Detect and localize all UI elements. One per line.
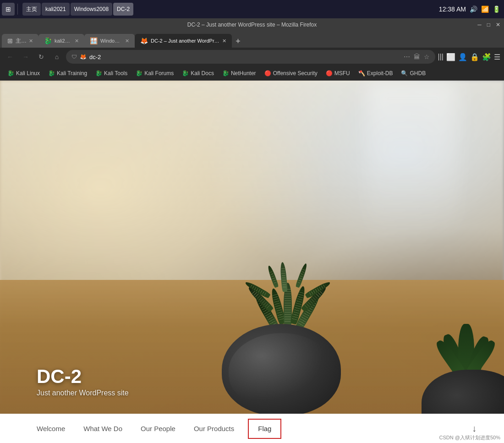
- leaf-12: [279, 262, 288, 292]
- tab-home[interactable]: ⊞ 主页 ✕: [2, 34, 38, 48]
- browser-window-title: DC-2 – Just another WordPress site – Moz…: [187, 22, 317, 28]
- url-display[interactable]: dc-2: [89, 54, 401, 60]
- tab-kali2021-close[interactable]: ✕: [75, 38, 79, 44]
- tab-home-favicon: ⊞: [7, 37, 13, 44]
- tab-dc2-label: DC-2 – Just another WordPr…: [151, 38, 219, 44]
- synced-tabs-icon[interactable]: ⬜: [446, 53, 455, 61]
- tab-windows2008-close[interactable]: ✕: [125, 38, 129, 44]
- bookmark-nethunter[interactable]: 🐉 NetHunter: [219, 68, 260, 79]
- close-button[interactable]: ✕: [496, 22, 500, 28]
- main-pot: [222, 324, 341, 416]
- nav-item-what-we-do[interactable]: What We Do: [74, 414, 131, 443]
- home-button[interactable]: ⌂: [50, 50, 63, 63]
- tab-kali2021[interactable]: 🐉 kali2021 ✕: [38, 34, 84, 48]
- bookmark-kali-linux[interactable]: 🐉 Kali Linux: [4, 68, 44, 79]
- taskbar-app-dc2[interactable]: DC-2: [113, 3, 133, 16]
- menu-icon[interactable]: ☰: [494, 53, 500, 61]
- tab-kali2021-label: kali2021: [55, 38, 72, 44]
- battery-icon[interactable]: 🔋: [493, 5, 500, 13]
- tab-windows2008[interactable]: 🪟 Windows2008 ✕: [84, 34, 135, 48]
- account-icon[interactable]: 👤: [458, 53, 467, 61]
- security-shield-icon: 🛡: [71, 54, 77, 60]
- back-button[interactable]: ←: [4, 50, 16, 63]
- lock-icon: 🦊: [80, 54, 87, 60]
- extensions-icon[interactable]: 🧩: [482, 53, 491, 61]
- taskbar-app-kali2021[interactable]: kali2021: [42, 3, 70, 16]
- bookmark-ghdb[interactable]: 🔍 GHDB: [397, 68, 429, 79]
- minimize-button[interactable]: ─: [477, 22, 482, 28]
- nav-item-our-people[interactable]: Our People: [131, 414, 185, 443]
- sys-tray: 12:38 AM 🔊 📶 🔋: [435, 0, 504, 18]
- os-taskbar: ⊞ 主页 kali2021 Windows2008 DC-2 12:38 AM …: [0, 0, 504, 18]
- tab-home-close[interactable]: ✕: [29, 38, 33, 44]
- taskbar-separator: [17, 4, 18, 15]
- taskbar-app-windows2008[interactable]: Windows2008: [71, 3, 112, 16]
- new-tab-button[interactable]: +: [232, 35, 245, 48]
- bookmark-exploit-db[interactable]: 🪓 Exploit-DB: [355, 68, 397, 79]
- bookmarks-bar: 🐉 Kali Linux 🐉 Kali Training 🐉 Kali Tool…: [0, 66, 504, 81]
- lock-status-icon[interactable]: 🔒: [470, 53, 479, 61]
- hero-text-block: DC-2 Just another WordPress site: [37, 366, 129, 397]
- address-bar[interactable]: 🛡 🦊 dc-2 ⋯ 🏛 ☆: [66, 50, 435, 64]
- tab-home-label: 主页: [16, 37, 26, 45]
- address-extra-icons: ⋯ 🏛 ☆: [404, 53, 430, 60]
- tab-bar: ⊞ 主页 ✕ 🐉 kali2021 ✕ 🪟 Windows2008 ✕ 🦊 DC…: [0, 31, 504, 48]
- tab-windows2008-favicon: 🪟: [90, 37, 98, 44]
- nav-item-our-products[interactable]: Our Products: [185, 414, 243, 443]
- library-icon[interactable]: |||: [438, 53, 444, 61]
- browser-title-bar: DC-2 – Just another WordPress site – Moz…: [0, 18, 504, 31]
- bookmark-kali-forums[interactable]: 🐉 Kali Forums: [132, 68, 177, 79]
- nav-item-welcome[interactable]: Welcome: [27, 414, 74, 443]
- tab-windows2008-label: Windows2008: [100, 38, 122, 44]
- hero-subtitle: Just another WordPress site: [37, 389, 129, 397]
- reload-button[interactable]: ↻: [35, 50, 48, 63]
- clock: 12:38 AM: [439, 5, 466, 13]
- window-light-effect: [367, 81, 458, 241]
- tab-dc2[interactable]: 🦊 DC-2 – Just another WordPr… ✕: [135, 34, 232, 48]
- bookmark-add-icon[interactable]: ☆: [424, 53, 430, 60]
- nav-item-flag[interactable]: Flag: [248, 419, 281, 439]
- taskbar-icon-home[interactable]: ⊞: [2, 3, 15, 16]
- webpage-bottom-nav: Welcome What We Do Our People Our Produc…: [0, 414, 504, 443]
- tab-dc2-favicon: 🦊: [140, 37, 148, 44]
- taskbar-app-home[interactable]: 主页: [22, 3, 41, 16]
- tab-dc2-close[interactable]: ✕: [222, 38, 226, 44]
- bookmark-kali-tools[interactable]: 🐉 Kali Tools: [92, 68, 131, 79]
- bookmark-kali-docs[interactable]: 🐉 Kali Docs: [178, 68, 218, 79]
- navigation-bar: ← → ↻ ⌂ 🛡 🦊 dc-2 ⋯ 🏛 ☆ ||| ⬜ 👤 🔒 🧩 ☰: [0, 48, 504, 66]
- maximize-button[interactable]: □: [487, 22, 490, 28]
- taskbar-apps: 主页 kali2021 Windows2008 DC-2: [22, 3, 133, 16]
- main-plant-container: [208, 223, 355, 416]
- network-icon[interactable]: 📶: [481, 5, 489, 13]
- leaf-10: [267, 265, 279, 288]
- window-controls: ─ □ ✕: [477, 22, 500, 28]
- browser-toolbar-right: ||| ⬜ 👤 🔒 🧩 ☰: [438, 53, 500, 61]
- bookmark-msfu[interactable]: 🔴 MSFU: [322, 68, 354, 79]
- bookmark-kali-training[interactable]: 🐉 Kali Training: [44, 68, 91, 79]
- leaf-11: [295, 263, 308, 288]
- bookmark-offensive-security[interactable]: 🔴 Offensive Security: [261, 68, 321, 79]
- forward-button[interactable]: →: [19, 50, 32, 63]
- speaker-icon[interactable]: 🔊: [470, 5, 477, 13]
- webpage-content: DC-2 Just another WordPress site Welcome…: [0, 81, 504, 443]
- hero-title: DC-2: [37, 366, 129, 387]
- tab-kali2021-favicon: 🐉: [44, 37, 52, 44]
- watermark: CSDN @入狱计划进度50%: [436, 432, 504, 443]
- reader-mode-icon[interactable]: ⋯: [404, 53, 410, 60]
- bookmark-star-icon[interactable]: 🏛: [414, 53, 420, 60]
